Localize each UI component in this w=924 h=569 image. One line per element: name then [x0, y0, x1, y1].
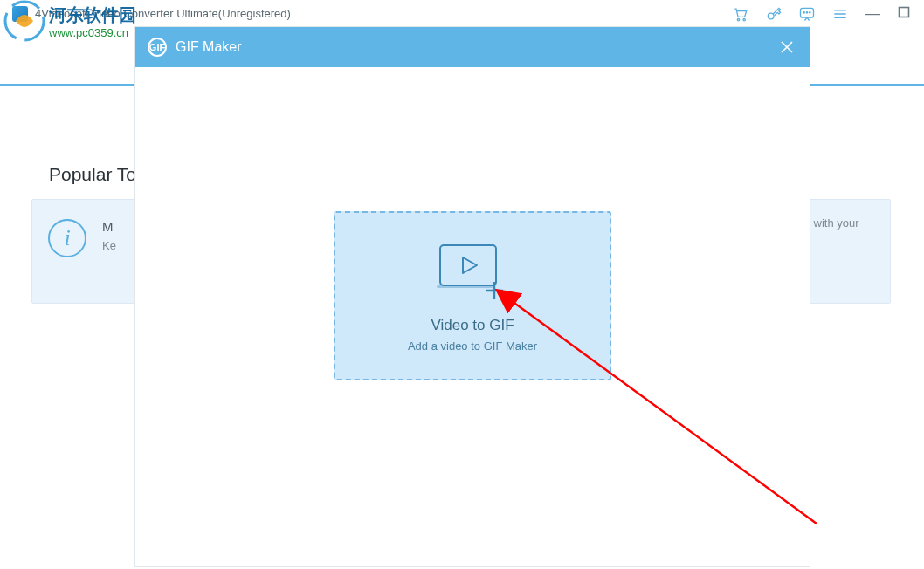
cart-icon[interactable] [732, 5, 749, 23]
tool-card-text: M Ke [102, 219, 116, 252]
maximize-button[interactable] [896, 4, 912, 23]
tool-card-right-fragment: F with your [803, 216, 891, 230]
feedback-icon[interactable] [798, 5, 816, 23]
app-title: 4Videosoft Video Converter Ultimate(Unre… [35, 7, 732, 20]
titlebar: 4Videosoft Video Converter Ultimate(Unre… [0, 0, 924, 28]
app-logo-icon [12, 6, 28, 22]
svg-point-5 [806, 11, 807, 12]
svg-point-4 [803, 11, 804, 12]
gif-badge-icon: GIF [148, 38, 167, 57]
svg-rect-12 [437, 285, 493, 288]
modal-title: GIF Maker [176, 39, 768, 55]
menu-icon[interactable] [831, 5, 849, 23]
svg-point-0 [737, 18, 739, 20]
svg-rect-7 [900, 8, 909, 17]
svg-point-6 [810, 11, 810, 12]
tool-card-desc-fragment: Ke [102, 239, 116, 252]
svg-text:www.pc0359.cn: www.pc0359.cn [48, 26, 128, 39]
video-to-gif-dropzone[interactable]: Video to GIF Add a video to GIF Maker [334, 211, 611, 380]
modal-header: GIF GIF Maker [135, 27, 810, 67]
video-add-icon [433, 240, 512, 303]
key-icon[interactable] [765, 5, 783, 23]
dropzone-subtitle: Add a video to GIF Maker [408, 339, 537, 353]
svg-point-2 [768, 13, 774, 19]
modal-close-button[interactable] [776, 37, 797, 58]
minimize-button[interactable]: — [865, 4, 880, 23]
svg-rect-11 [440, 245, 496, 285]
dropzone-title: Video to GIF [431, 317, 514, 334]
titlebar-actions: — [732, 4, 912, 23]
tool-card-title-fragment: M [102, 219, 116, 234]
modal-body: Video to GIF Add a video to GIF Maker [135, 67, 810, 566]
info-icon: i [48, 219, 86, 257]
svg-point-1 [743, 18, 745, 20]
gif-maker-modal: GIF GIF Maker Video to GIF Add a video t… [135, 27, 810, 566]
